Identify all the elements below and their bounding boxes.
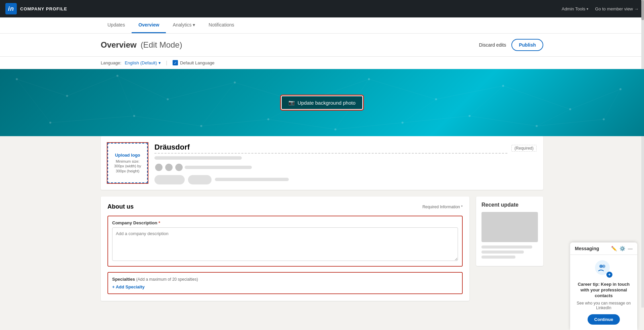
publish-button[interactable]: Publish <box>511 39 543 51</box>
svg-line-26 <box>369 79 436 99</box>
svg-point-48 <box>602 265 605 268</box>
svg-line-37 <box>537 119 604 126</box>
description-label: Company Description * <box>112 220 458 225</box>
admin-tools-button[interactable]: Admin Tools ▾ <box>562 6 589 11</box>
add-specialty-button[interactable]: + Add Specialty <box>112 284 458 289</box>
svg-line-31 <box>134 116 201 126</box>
update-bg-label: Update background photo <box>297 100 356 106</box>
tab-analytics[interactable]: Analytics ▾ <box>166 17 202 33</box>
follower-text-bar <box>185 166 252 169</box>
svg-line-39 <box>118 76 134 116</box>
svg-line-29 <box>570 89 620 109</box>
specialties-section: Specialties (Add a maximum of 20 special… <box>107 272 463 294</box>
svg-line-22 <box>118 76 168 99</box>
chevron-down-icon: ▾ <box>158 60 161 65</box>
follower-avatars <box>154 163 537 172</box>
svg-line-21 <box>67 76 118 96</box>
svg-line-20 <box>17 79 67 96</box>
tab-updates[interactable]: Updates <box>101 17 132 33</box>
svg-line-36 <box>470 116 537 126</box>
svg-line-33 <box>268 119 335 129</box>
upload-logo-label: Upload logo <box>115 153 140 158</box>
update-text-bar-3 <box>481 256 515 259</box>
svg-line-32 <box>201 119 268 126</box>
svg-line-43 <box>403 99 436 123</box>
about-card: About us Required Information * Company … <box>101 197 469 301</box>
company-profile-label: COMPANY PROFILE <box>20 6 67 11</box>
member-view-button[interactable]: Go to member view → <box>595 6 639 11</box>
main-content: About us Required Information * Company … <box>101 197 543 301</box>
page-header: Overview (Edit Mode) Discard edits Publi… <box>0 34 644 57</box>
compose-icon[interactable]: ✏️ <box>611 246 617 251</box>
scrollbar-track[interactable] <box>641 0 644 308</box>
svg-line-28 <box>503 86 570 109</box>
minimize-icon[interactable]: — <box>628 246 633 251</box>
company-name-row: Dräusdorf (Required) <box>154 143 537 154</box>
svg-line-27 <box>436 86 503 99</box>
profile-button-placeholder-1 <box>154 175 185 184</box>
svg-line-35 <box>403 116 470 123</box>
messaging-title: Messaging <box>575 246 599 251</box>
top-navbar: in COMPANY PROFILE Admin Tools ▾ Go to m… <box>0 0 644 17</box>
messaging-body: + Career tip: Keep in touch with your pr… <box>570 255 637 308</box>
scrollbar-thumb[interactable] <box>641 0 644 20</box>
language-bar: Language: English (Default) ▾ | ✓ Defaul… <box>0 57 644 69</box>
default-language-label: Default Language <box>180 60 215 65</box>
required-badge: (Required) <box>511 145 537 152</box>
profile-action-buttons <box>154 175 537 184</box>
career-icon-plus: + <box>606 272 612 278</box>
messaging-header: Messaging ✏️ ⚙️ — <box>570 242 637 255</box>
career-tip-title: Career tip: Keep in touch with your prof… <box>574 282 633 299</box>
messaging-widget: Messaging ✏️ ⚙️ — + Career tip: Keep in … <box>570 242 637 308</box>
member-view-label: Go to member view <box>595 6 633 11</box>
messaging-icons: ✏️ ⚙️ — <box>611 246 633 251</box>
upload-size-hint: Minimum size: 300px (width) by 300px (he… <box>111 159 144 173</box>
required-info: Required Information * <box>422 205 463 209</box>
about-us-title: About us <box>107 203 134 210</box>
tab-notifications[interactable]: Notifications <box>202 17 241 33</box>
admin-tools-label: Admin Tools <box>562 6 586 11</box>
language-label: Language: <box>101 60 121 65</box>
update-text-bar-1 <box>481 245 532 249</box>
avatar <box>165 163 173 172</box>
tab-overview[interactable]: Overview <box>132 17 166 33</box>
svg-line-46 <box>604 89 620 119</box>
svg-line-38 <box>17 79 50 123</box>
top-nav-right: Admin Tools ▾ Go to member view → <box>562 6 639 11</box>
update-text-bar-2 <box>481 251 524 254</box>
update-background-button[interactable]: 📷 Update background photo <box>281 96 363 110</box>
header-actions: Discard edits Publish <box>479 39 543 51</box>
brand-logo[interactable]: in COMPANY PROFILE <box>5 3 67 14</box>
svg-line-44 <box>470 86 503 116</box>
camera-icon: 📷 <box>288 100 295 106</box>
left-panel: About us Required Information * Company … <box>101 197 469 301</box>
specialties-label: Specialties (Add a maximum of 20 special… <box>112 277 458 282</box>
profile-desc-bar <box>215 178 289 181</box>
description-textarea[interactable] <box>112 227 458 261</box>
logo-upload-area[interactable]: Upload logo Minimum size: 300px (width) … <box>107 143 148 183</box>
company-description-section: Company Description * <box>107 216 463 267</box>
settings-icon[interactable]: ⚙️ <box>619 246 625 251</box>
update-image-placeholder <box>481 212 538 242</box>
language-select-dropdown[interactable]: English (Default) ▾ <box>125 60 160 65</box>
svg-line-23 <box>168 82 235 99</box>
discard-edits-button[interactable]: Discard edits <box>479 42 506 48</box>
recent-update-card: Recent update <box>476 197 543 266</box>
svg-line-40 <box>201 82 235 126</box>
separator: | <box>166 60 168 65</box>
svg-line-45 <box>537 109 570 126</box>
company-name: Dräusdorf <box>154 143 190 151</box>
arrow-right-icon: → <box>634 6 639 11</box>
about-section-header: About us Required Information * <box>107 203 463 210</box>
avatar <box>154 163 163 172</box>
language-selected-value: English (Default) <box>125 60 157 65</box>
avatar <box>175 163 183 172</box>
sub-navbar: Updates Overview Analytics ▾ Notificatio… <box>0 17 644 34</box>
default-language-checkbox[interactable]: ✓ Default Language <box>173 60 215 65</box>
svg-point-2 <box>117 75 119 77</box>
linkedin-icon: in <box>5 3 17 14</box>
profile-card: Upload logo Minimum size: 300px (width) … <box>101 136 543 190</box>
right-panel: Recent update <box>476 197 543 301</box>
chevron-down-icon: ▾ <box>587 7 588 11</box>
followers-bar <box>154 156 242 160</box>
